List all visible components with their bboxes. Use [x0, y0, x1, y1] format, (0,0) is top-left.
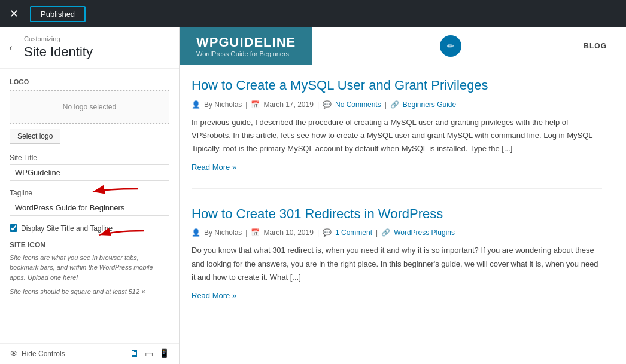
logo-placeholder: No logo selected: [10, 90, 169, 124]
site-icon-description: Site Icons are what you see in browser t…: [10, 253, 169, 283]
category-icon-2: 🔗: [381, 228, 390, 237]
post-title-1[interactable]: How to Create a MySQL User and Grant Pri…: [192, 77, 602, 94]
top-bar: ✕ Published: [0, 0, 626, 27]
site-header: WPGUIDELINE WordPress Guide for Beginner…: [180, 27, 626, 65]
date-2: March 10, 2019: [263, 228, 313, 237]
section-title: Site Identity: [24, 44, 169, 61]
post-excerpt-1: In previous guide, I described the proce…: [192, 116, 602, 155]
post-excerpt-2: Do you know that what 301 redirect is, w…: [192, 244, 602, 283]
main-layout: ‹ Customizing Site Identity Logo No logo…: [0, 27, 626, 364]
preview-area: WPGUIDELINE WordPress Guide for Beginner…: [180, 27, 626, 364]
category-icon-1: 🔗: [390, 100, 399, 109]
site-brand-tagline: WordPress Guide for Beginners: [196, 50, 296, 57]
category-link-1[interactable]: Beginners Guide: [403, 100, 456, 109]
pencil-icon: ✏: [447, 41, 454, 51]
blog-post-2: How to Create 301 Redirects in WordPress…: [192, 206, 602, 317]
site-title-group: Site Title: [10, 154, 169, 181]
display-checkbox-row: Display Site Title and Tagline: [10, 224, 169, 233]
sidebar-bottom: 👁 Hide Controls 🖥 ▭ 📱: [0, 343, 179, 364]
post-meta-2: 👤 By Nicholas | 📅 March 10, 2019 | 💬 1 C…: [192, 228, 602, 237]
logo-section-label: Logo: [10, 78, 169, 85]
sidebar-header: ‹ Customizing Site Identity: [0, 27, 179, 69]
sidebar: ‹ Customizing Site Identity Logo No logo…: [0, 27, 180, 364]
display-checkbox[interactable]: [10, 224, 17, 232]
site-title-input[interactable]: [10, 164, 169, 181]
author-1: By Nicholas: [204, 100, 242, 109]
read-more-2[interactable]: Read More »: [192, 291, 236, 300]
select-logo-button[interactable]: Select logo: [10, 129, 60, 144]
read-more-1[interactable]: Read More »: [192, 163, 236, 172]
author-2: By Nicholas: [204, 228, 242, 237]
back-button[interactable]: ‹: [0, 27, 22, 68]
site-title-label: Site Title: [10, 154, 169, 162]
tablet-icon[interactable]: ▭: [145, 348, 153, 359]
post-title-2[interactable]: How to Create 301 Redirects in WordPress: [192, 206, 602, 223]
site-nav: ✏ BLOG: [312, 27, 626, 65]
comments-link-2[interactable]: 1 Comment: [335, 228, 372, 237]
display-checkbox-label: Display Site Title and Tagline: [21, 224, 113, 233]
date-icon-1: 📅: [251, 100, 260, 109]
device-icons: 🖥 ▭ 📱: [129, 348, 169, 359]
comment-icon-2: 💬: [323, 228, 332, 237]
desktop-icon[interactable]: 🖥: [129, 348, 139, 359]
site-brand-name: WPGUIDELINE: [196, 35, 296, 50]
comments-link-1[interactable]: No Comments: [335, 100, 381, 109]
published-button[interactable]: Published: [30, 6, 86, 22]
tagline-input[interactable]: [10, 200, 169, 216]
mobile-icon[interactable]: 📱: [159, 348, 169, 359]
date-1: March 17, 2019: [263, 100, 313, 109]
customizing-label: Customizing: [24, 35, 169, 44]
nav-blog[interactable]: BLOG: [576, 37, 614, 55]
comment-icon-1: 💬: [323, 100, 332, 109]
site-icon-label: Site Icon: [10, 241, 169, 249]
sidebar-content: Logo No logo selected Select logo Site T…: [0, 69, 179, 343]
category-link-2[interactable]: WordPress Plugins: [394, 228, 455, 237]
post-meta-1: 👤 By Nicholas | 📅 March 17, 2019 | 💬 No …: [192, 100, 602, 109]
author-icon-2: 👤: [192, 228, 200, 237]
date-icon-2: 📅: [251, 228, 260, 237]
tagline-label: Tagline: [10, 189, 169, 197]
site-brand: WPGUIDELINE WordPress Guide for Beginner…: [180, 27, 312, 65]
close-button[interactable]: ✕: [0, 0, 28, 27]
eye-icon: 👁: [10, 349, 18, 359]
edit-button[interactable]: ✏: [440, 35, 461, 57]
site-icon-note: Site Icons should be square and at least…: [10, 287, 169, 297]
hide-controls-button[interactable]: 👁 Hide Controls: [10, 349, 65, 359]
blog-content: How to Create a MySQL User and Grant Pri…: [180, 65, 626, 345]
author-icon-1: 👤: [192, 100, 200, 109]
tagline-group: Tagline: [10, 189, 169, 216]
blog-post-1: How to Create a MySQL User and Grant Pri…: [192, 77, 602, 189]
